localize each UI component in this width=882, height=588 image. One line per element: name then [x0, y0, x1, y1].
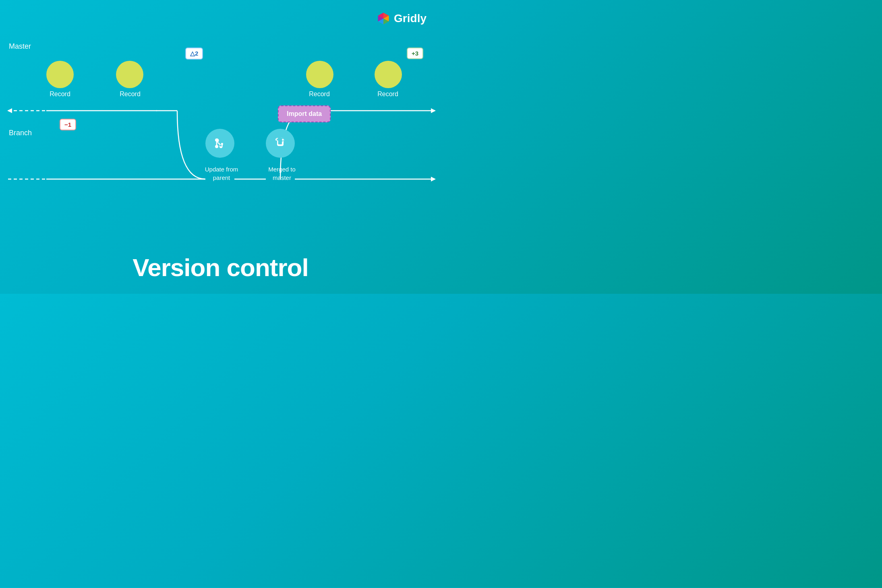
svg-marker-9 — [431, 177, 436, 182]
master-node-3-label: Record — [301, 91, 337, 98]
branch-icon — [213, 137, 226, 150]
master-node-1-label: Record — [42, 91, 78, 98]
delta2-badge: △2 — [185, 47, 203, 60]
page-title: Version control — [0, 253, 441, 282]
svg-marker-2 — [7, 108, 12, 113]
master-node-1 — [46, 61, 74, 88]
svg-marker-11 — [431, 108, 436, 113]
branch-node-2 — [266, 129, 295, 158]
branch-node-1-label: Update fromparent — [197, 165, 246, 182]
plus3-badge: +3 — [407, 47, 423, 59]
import-data-box: Import data — [278, 105, 331, 122]
master-node-2-label: Record — [112, 91, 148, 98]
master-node-4-label: Record — [370, 91, 406, 98]
merge-icon — [274, 137, 287, 150]
branch-node-2-label: Merged tomaster — [258, 165, 306, 182]
master-node-3 — [306, 61, 333, 88]
minus1-badge: −1 — [60, 119, 76, 130]
master-node-2 — [116, 61, 143, 88]
branch-node-1 — [205, 129, 234, 158]
master-node-4 — [375, 61, 402, 88]
